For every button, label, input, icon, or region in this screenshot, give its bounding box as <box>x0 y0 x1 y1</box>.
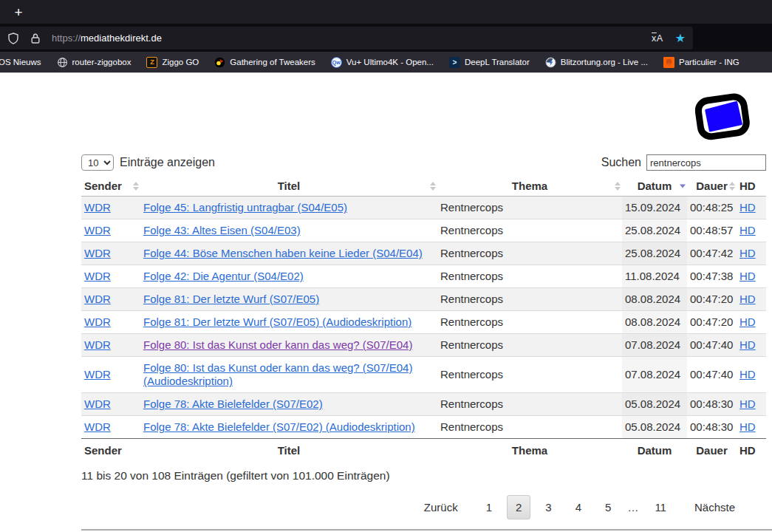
thema-cell: Rentnercops <box>437 334 622 357</box>
titel-link[interactable]: Folge 80: Ist das Kunst oder kann das we… <box>143 338 412 351</box>
titel-link[interactable]: Folge 44: Böse Menschen haben keine Lied… <box>143 247 423 259</box>
pagination-page-4[interactable]: 4 <box>567 496 590 519</box>
titel-link[interactable]: Folge 81: Der letzte Wurf (S07/E05) (Aud… <box>143 316 411 328</box>
pagination-ellipsis: … <box>626 496 640 519</box>
header-thema[interactable]: Thema <box>437 176 622 197</box>
openwebif-icon: Qw <box>331 57 342 68</box>
dauer-cell: 00:47:40 <box>687 334 737 357</box>
pagination-page-2-current[interactable]: 2 <box>507 495 530 519</box>
hd-link[interactable]: HD <box>739 420 756 433</box>
pagination-page-3[interactable]: 3 <box>536 496 560 519</box>
translate-icon[interactable]: xA <box>652 33 663 44</box>
search-control: Suchen <box>601 154 766 171</box>
search-input[interactable] <box>646 154 766 171</box>
pagination-page-1[interactable]: 1 <box>477 496 501 519</box>
hd-link[interactable]: HD <box>739 270 756 282</box>
lock-icon[interactable] <box>30 33 41 44</box>
mediathekdirekt-logo <box>691 89 752 148</box>
hd-link[interactable]: HD <box>739 338 756 351</box>
footer-dauer: Dauer <box>687 439 737 463</box>
datum-cell: 15.09.2024 <box>622 197 687 219</box>
table-row: WDR Folge 45: Langfristig untragbar (S04… <box>81 197 766 219</box>
header-hd[interactable]: HD <box>737 176 766 197</box>
bookmark-router-ziggobox[interactable]: router-ziggobox <box>57 57 131 68</box>
header-dauer[interactable]: Dauer <box>687 176 737 197</box>
bookmark-nos-nieuws[interactable]: OS Nieuws <box>0 58 41 66</box>
sender-link[interactable]: WDR <box>84 420 111 433</box>
dauer-cell: 00:47:20 <box>687 311 737 334</box>
globe-icon <box>57 57 68 68</box>
navigation-bar: https://mediathekdirekt.de xA ★ <box>0 24 772 52</box>
titel-link[interactable]: Folge 43: Altes Eisen (S04/E03) <box>143 224 301 236</box>
sender-link[interactable]: WDR <box>84 368 111 381</box>
titel-link[interactable]: Folge 80: Ist das Kunst oder kann das we… <box>143 361 412 387</box>
bookmark-deepl-translator[interactable]: > DeepL Translator <box>449 57 530 68</box>
ziggo-icon: Z <box>146 57 157 68</box>
page-length-label: Einträge anzeigen <box>120 156 215 169</box>
sender-link[interactable]: WDR <box>84 247 111 259</box>
page-content: 10 Einträge anzeigen Suchen Sender <box>0 74 772 532</box>
table-footer: Sender Titel Thema Datum Dauer HD <box>81 439 766 463</box>
new-tab-button[interactable]: + <box>9 3 28 22</box>
bookmark-vu-ultimo4k[interactable]: Qw Vu+ Ultimo4K - Open... <box>331 57 434 68</box>
hd-link[interactable]: HD <box>739 224 756 236</box>
sender-link[interactable]: WDR <box>84 398 111 410</box>
tweakers-icon <box>214 57 225 68</box>
titel-link[interactable]: Folge 45: Langfristig untragbar (S04/E05… <box>143 201 347 214</box>
bookmarks-bar: OS Nieuws router-ziggobox Z Ziggo GO Gat… <box>0 52 772 73</box>
datum-cell: 25.08.2024 <box>622 219 687 242</box>
sender-link[interactable]: WDR <box>84 224 111 236</box>
table-header: Sender Titel Thema Datum <box>81 176 766 197</box>
dauer-cell: 00:47:20 <box>687 288 737 311</box>
table-body: WDR Folge 45: Langfristig untragbar (S04… <box>81 197 766 439</box>
header-datum[interactable]: Datum <box>622 176 687 197</box>
table-row: WDR Folge 80: Ist das Kunst oder kann da… <box>81 357 766 393</box>
footer-hd: HD <box>737 439 766 463</box>
sender-link[interactable]: WDR <box>84 338 111 351</box>
hd-link[interactable]: HD <box>739 398 756 410</box>
page-length-select[interactable]: 10 <box>81 154 114 171</box>
table-row: WDR Folge 81: Der letzte Wurf (S07/E05) … <box>81 311 766 334</box>
header-titel[interactable]: Titel <box>140 176 437 197</box>
hd-link[interactable]: HD <box>739 368 756 381</box>
hd-link[interactable]: HD <box>739 293 756 305</box>
bookmark-gathering-of-tweakers[interactable]: Gathering of Tweakers <box>214 57 315 68</box>
table-row: WDR Folge 78: Akte Bielefelder (S07/E02)… <box>81 416 766 439</box>
sender-link[interactable]: WDR <box>84 316 111 328</box>
sort-icon <box>133 182 139 191</box>
header-sender[interactable]: Sender <box>81 176 140 197</box>
titel-link[interactable]: Folge 78: Akte Bielefelder (S07/E02) (Au… <box>143 420 415 433</box>
pagination-page-11[interactable]: 11 <box>646 496 675 519</box>
titel-link[interactable]: Folge 81: Der letzte Wurf (S07/E05) <box>143 293 319 305</box>
bookmark-ziggo-go[interactable]: Z Ziggo GO <box>146 57 199 68</box>
pagination-previous[interactable]: Zurück <box>415 496 467 519</box>
bookmark-particulier-ing[interactable]: Particulier - ING <box>663 57 739 68</box>
hd-link[interactable]: HD <box>739 201 756 214</box>
hd-link[interactable]: HD <box>739 316 756 328</box>
datum-cell: 07.08.2024 <box>622 357 687 393</box>
ing-icon <box>663 57 674 68</box>
results-table: Sender Titel Thema Datum <box>81 176 766 462</box>
pagination-page-5[interactable]: 5 <box>596 496 620 519</box>
sender-link[interactable]: WDR <box>84 201 111 214</box>
sort-desc-icon <box>680 184 686 188</box>
titel-link[interactable]: Folge 42: Die Agentur (S04/E02) <box>143 270 304 282</box>
bookmark-star-icon[interactable]: ★ <box>675 33 686 44</box>
pagination-next[interactable]: Nächste <box>686 496 744 519</box>
hd-link[interactable]: HD <box>739 247 756 259</box>
sender-link[interactable]: WDR <box>84 270 111 282</box>
shield-icon[interactable] <box>7 33 19 44</box>
table-controls: 10 Einträge anzeigen Suchen <box>81 154 766 171</box>
dauer-cell: 00:48:25 <box>687 197 737 219</box>
sender-link[interactable]: WDR <box>84 293 111 305</box>
datum-cell: 08.08.2024 <box>622 288 687 311</box>
bookmark-blitzortung[interactable]: Blitzortung.org - Live ... <box>545 57 648 68</box>
thema-cell: Rentnercops <box>437 219 622 242</box>
thema-cell: Rentnercops <box>437 197 622 219</box>
titel-link[interactable]: Folge 78: Akte Bielefelder (S07/E02) <box>143 398 323 410</box>
url-text[interactable]: https://mediathekdirekt.de <box>52 33 162 44</box>
page-length-control: 10 Einträge anzeigen <box>81 154 215 171</box>
thema-cell: Rentnercops <box>437 311 622 334</box>
url-bar[interactable]: https://mediathekdirekt.de xA ★ <box>0 27 693 50</box>
datum-cell: 11.08.2024 <box>622 265 687 288</box>
